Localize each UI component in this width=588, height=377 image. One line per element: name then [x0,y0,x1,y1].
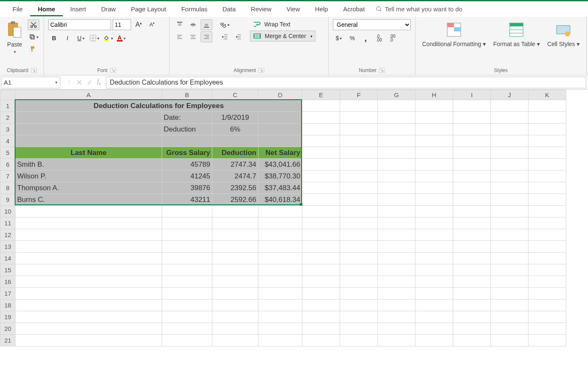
cell-A5[interactable]: Last Name [15,147,162,159]
cell-A11[interactable] [15,217,162,229]
cell-C3[interactable]: 6% [212,124,258,135]
cell-I12[interactable] [453,229,491,241]
cell-H10[interactable] [415,206,453,217]
cell-I7[interactable] [453,170,491,182]
cell-H16[interactable] [415,276,453,288]
align-top-button[interactable] [174,19,186,30]
tab-acrobat[interactable]: Acrobat [335,3,372,15]
align-bottom-button[interactable] [201,19,212,30]
row-header-2[interactable]: 2 [0,112,15,124]
col-header-J[interactable]: J [491,90,529,100]
tell-me-search[interactable]: Tell me what you want to do [376,5,462,13]
cell-G12[interactable] [378,229,415,241]
cell-E9[interactable] [302,194,340,206]
cell-D12[interactable] [258,229,302,241]
cell-A9[interactable]: Burns C. [15,194,162,206]
cell-D14[interactable] [258,253,302,264]
cell-D4[interactable] [258,135,302,147]
cell-G1[interactable] [378,100,415,112]
cell-K4[interactable] [529,135,566,147]
cell-J12[interactable] [491,229,529,241]
cell-J16[interactable] [491,276,529,288]
cell-J20[interactable] [491,323,529,335]
cell-F18[interactable] [340,300,378,311]
cell-B9[interactable]: 43211 [162,194,212,206]
col-header-F[interactable]: F [340,90,378,100]
cell-F8[interactable] [340,182,378,194]
accounting-format-button[interactable]: $ [333,33,345,44]
cell-J14[interactable] [491,253,529,264]
cell-H19[interactable] [415,311,453,323]
cell-B10[interactable] [162,206,212,217]
cell-G8[interactable] [378,182,415,194]
cell-A6[interactable]: Smith B. [15,159,162,170]
cell-B15[interactable] [162,264,212,276]
cell-J19[interactable] [491,311,529,323]
cell-J8[interactable] [491,182,529,194]
cell-B14[interactable] [162,253,212,264]
cell-E19[interactable] [302,311,340,323]
cell-J6[interactable] [491,159,529,170]
number-launcher[interactable]: ↘ [379,68,385,73]
row-header-21[interactable]: 21 [0,335,15,346]
alignment-launcher[interactable]: ↘ [258,68,264,73]
cell-G15[interactable] [378,264,415,276]
cell-G4[interactable] [378,135,415,147]
cell-F15[interactable] [340,264,378,276]
cell-D21[interactable] [258,335,302,346]
col-header-K[interactable]: K [529,90,566,100]
cell-A7[interactable]: Wilson P. [15,170,162,182]
cell-G7[interactable] [378,170,415,182]
cell-D8[interactable]: $37,483.44 [258,182,302,194]
cell-F21[interactable] [340,335,378,346]
cell-C14[interactable] [212,253,258,264]
align-center-button[interactable] [187,31,199,42]
cell-F11[interactable] [340,217,378,229]
row-header-11[interactable]: 11 [0,217,15,229]
row-header-6[interactable]: 6 [0,159,15,170]
cell-E11[interactable] [302,217,340,229]
cell-F10[interactable] [340,206,378,217]
cell-D11[interactable] [258,217,302,229]
cell-G18[interactable] [378,300,415,311]
cell-G5[interactable] [378,147,415,159]
cell-H12[interactable] [415,229,453,241]
cell-D20[interactable] [258,323,302,335]
row-header-17[interactable]: 17 [0,288,15,300]
cell-B11[interactable] [162,217,212,229]
cell-D9[interactable]: $40,618.34 [258,194,302,206]
cell-H5[interactable] [415,147,453,159]
cell-E3[interactable] [302,124,340,135]
cell-D13[interactable] [258,241,302,253]
paste-button[interactable]: Paste ▾ [4,19,25,55]
row-header-4[interactable]: 4 [0,135,15,147]
font-color-button[interactable]: A [115,33,127,44]
cell-styles-button[interactable]: Cell Styles ▾ [545,19,582,48]
copy-button[interactable] [28,31,39,42]
cell-K5[interactable] [529,147,566,159]
cell-C15[interactable] [212,264,258,276]
cell-A18[interactable] [15,300,162,311]
cell-C21[interactable] [212,335,258,346]
tab-data[interactable]: Data [215,3,243,15]
cell-D7[interactable]: $38,770.30 [258,170,302,182]
cell-G11[interactable] [378,217,415,229]
cell-H17[interactable] [415,288,453,300]
cell-C9[interactable]: 2592.66 [212,194,258,206]
cell-C19[interactable] [212,311,258,323]
cell-J3[interactable] [491,124,529,135]
formula-input[interactable]: Deduction Calculations for Employees [106,77,586,88]
font-size-input[interactable] [113,19,131,30]
cell-C12[interactable] [212,229,258,241]
cell-E16[interactable] [302,276,340,288]
cell-I5[interactable] [453,147,491,159]
cell-E4[interactable] [302,135,340,147]
cell-E5[interactable] [302,147,340,159]
cell-H15[interactable] [415,264,453,276]
cell-H4[interactable] [415,135,453,147]
cell-I21[interactable] [453,335,491,346]
cell-I11[interactable] [453,217,491,229]
cell-A2[interactable] [15,112,162,124]
cell-B7[interactable]: 41245 [162,170,212,182]
number-format-select[interactable]: General [333,19,411,30]
